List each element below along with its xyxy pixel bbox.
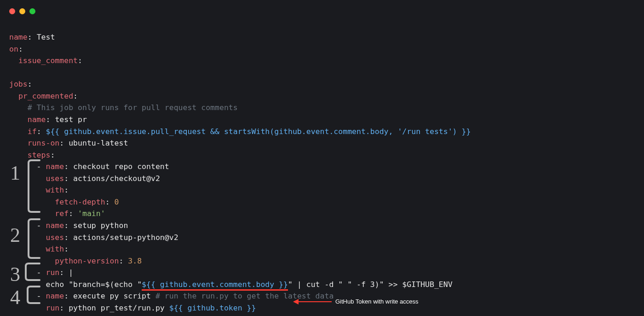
yaml-expression: ${{ github.event.issue.pull_request && s…: [46, 127, 471, 136]
yaml-key: run: [46, 268, 59, 277]
yaml-key: name: [46, 221, 64, 230]
yaml-key: runs-on: [28, 139, 60, 147]
yaml-key: run: [46, 304, 59, 312]
yaml-expression: ${{ github.token }}: [169, 304, 256, 312]
yaml-value: test pr: [55, 115, 87, 124]
yaml-key: uses: [46, 174, 64, 183]
yaml-expression-underlined: ${{ github.event.comment.body }}: [142, 280, 288, 291]
yaml-key: on: [9, 45, 18, 53]
yaml-key: fetch-depth: [55, 198, 105, 206]
arrow-line-icon: [299, 301, 332, 302]
step-uses: actions/setup-python@v2: [73, 233, 178, 242]
window-controls: [9, 8, 35, 14]
yaml-value: 3.8: [128, 257, 142, 265]
step-name: checkout repo content: [73, 162, 169, 171]
yaml-value: ubuntu-latest: [69, 139, 128, 147]
yaml-key: ref: [55, 209, 69, 218]
yaml-pipe: |: [69, 268, 73, 277]
code-block: name: Test on: issue_comment: jobs: pr_c…: [9, 31, 471, 314]
yaml-value: 'main': [78, 209, 105, 218]
step-name: setup python: [73, 221, 128, 230]
yaml-key: name: [46, 162, 64, 171]
yaml-key: name: [9, 33, 28, 41]
arrow-head-icon: [293, 299, 299, 304]
yaml-key: issue_comment: [18, 56, 78, 65]
shell-command: " | cut -d " " -f 3)" >> $GITHUB_ENV: [288, 280, 453, 289]
annotation-number-2: 2: [10, 223, 20, 247]
bracket-icon: [27, 217, 40, 262]
yaml-key: jobs: [9, 80, 28, 88]
annotation-number-4: 4: [10, 286, 20, 309]
yaml-key: name: [46, 292, 64, 300]
annotation-label: GitHub Token with write access: [335, 298, 418, 305]
yaml-value: Test: [37, 33, 55, 41]
yaml-value: 0: [115, 198, 119, 206]
minimize-dot-icon: [19, 8, 25, 14]
bracket-icon: [26, 285, 40, 307]
yaml-key: name: [28, 115, 46, 124]
yaml-key: steps: [28, 151, 51, 159]
yaml-key: if: [28, 127, 37, 136]
shell-command: echo "branch=$(echo ": [46, 280, 142, 289]
maximize-dot-icon: [29, 8, 35, 14]
shell-command: python pr_test/run.py: [69, 304, 169, 312]
yaml-comment: # This job only runs for pull request co…: [28, 103, 238, 112]
yaml-key: with: [46, 245, 64, 253]
annotation-number-3: 3: [10, 263, 20, 286]
yaml-key: uses: [46, 233, 64, 242]
annotation-number-1: 1: [10, 161, 20, 185]
yaml-key: with: [46, 186, 64, 194]
yaml-key: pr_commented: [18, 92, 73, 100]
step-name: execute py script: [73, 292, 151, 300]
bracket-icon: [27, 158, 40, 216]
close-dot-icon: [9, 8, 15, 14]
step-uses: actions/checkout@v2: [73, 174, 160, 183]
bracket-icon: [24, 262, 40, 284]
annotation-arrow: GitHub Token with write access: [293, 298, 418, 305]
yaml-key: python-version: [55, 257, 119, 265]
